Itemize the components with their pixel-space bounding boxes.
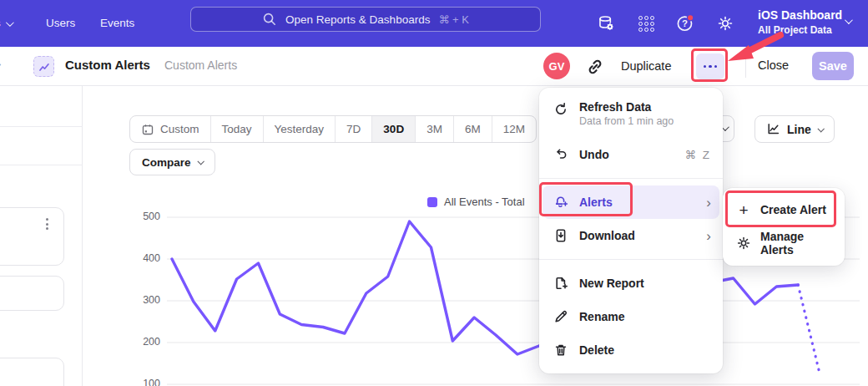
metric-card[interactable] bbox=[0, 276, 64, 311]
nav-item-truncated[interactable]: s bbox=[0, 12, 12, 35]
date-range-label: Yesterday bbox=[275, 123, 325, 135]
settings-gear-icon[interactable] bbox=[715, 13, 735, 33]
chevron-down-icon bbox=[197, 158, 204, 165]
chevron-down-icon bbox=[845, 16, 853, 24]
copy-link-icon[interactable] bbox=[585, 57, 605, 77]
date-range-label: 3M bbox=[426, 123, 442, 135]
divider bbox=[0, 126, 83, 127]
menu-item-rename[interactable]: Rename bbox=[539, 300, 723, 333]
menu-item-undo[interactable]: Undo ⌘ Z bbox=[539, 138, 723, 171]
search-shortcut: ⌘ + K bbox=[438, 13, 469, 26]
more-options-button[interactable] bbox=[696, 53, 724, 79]
duplicate-button[interactable]: Duplicate bbox=[621, 59, 671, 73]
submenu-item-manage-alerts[interactable]: Manage Alerts bbox=[723, 226, 845, 260]
refresh-icon bbox=[553, 102, 568, 117]
y-axis-label: 400 bbox=[130, 252, 160, 264]
date-range-7d[interactable]: 7D bbox=[336, 116, 372, 142]
more-options-menu: Refresh Data Data from 1 min ago Undo ⌘ … bbox=[539, 88, 723, 373]
menu-item-shortcut: ⌘ Z bbox=[685, 148, 712, 161]
apps-grid-icon[interactable] bbox=[636, 13, 656, 33]
menu-item-label: Delete bbox=[579, 343, 711, 357]
date-range-12m[interactable]: 12M bbox=[492, 116, 536, 142]
divider bbox=[0, 165, 83, 165]
nav-item-users[interactable]: Users bbox=[46, 12, 75, 35]
menu-item-delete[interactable]: Delete bbox=[539, 333, 723, 367]
projected-series-segment bbox=[798, 285, 820, 373]
y-axis-label: 500 bbox=[130, 211, 160, 222]
help-icon[interactable]: ? bbox=[675, 13, 695, 33]
menu-item-label: Alerts bbox=[579, 196, 695, 209]
divider bbox=[745, 55, 746, 78]
search-icon bbox=[262, 12, 277, 27]
avatar[interactable]: GV bbox=[543, 53, 570, 79]
report-header: › Custom Alerts Custom Alerts GV Duplica… bbox=[0, 47, 868, 86]
nav-item-label: Users bbox=[46, 12, 75, 35]
date-range-control: Custom Today Yesterday 7D 30D 3M 6M 12M bbox=[129, 115, 537, 143]
top-navigation-bar: s Users Events Open Reports & Dashboards… bbox=[0, 0, 868, 47]
app-root: 100200300400500 All Events - Total s Use… bbox=[0, 0, 868, 386]
menu-item-download[interactable]: Download › bbox=[539, 219, 723, 252]
new-report-icon bbox=[553, 276, 568, 291]
metric-card[interactable] bbox=[0, 207, 64, 266]
submenu-item-create-alert[interactable]: + Create Alert bbox=[723, 193, 845, 226]
date-range-30d[interactable]: 30D bbox=[372, 116, 416, 142]
date-range-label: 6M bbox=[465, 123, 481, 135]
bell-plus-icon bbox=[553, 195, 568, 210]
project-subtitle: All Project Data bbox=[758, 23, 842, 37]
data-management-icon[interactable] bbox=[596, 13, 616, 33]
menu-item-label: Rename bbox=[579, 310, 711, 323]
menu-item-label: Download bbox=[579, 229, 695, 242]
breadcrumb: Custom Alerts bbox=[164, 58, 237, 72]
menu-item-sublabel: Data from 1 min ago bbox=[579, 115, 711, 127]
compare-label: Compare bbox=[142, 156, 191, 169]
date-range-label: 30D bbox=[383, 123, 404, 135]
menu-item-label: Undo bbox=[579, 148, 674, 161]
chevron-right-icon: › bbox=[706, 229, 711, 243]
nav-item-truncated-label: s bbox=[0, 12, 1, 35]
undo-icon bbox=[553, 147, 568, 162]
metric-card[interactable] bbox=[0, 358, 64, 386]
date-range-6m[interactable]: 6M bbox=[454, 116, 492, 142]
compare-button[interactable]: Compare bbox=[129, 149, 215, 175]
trash-icon bbox=[553, 343, 568, 358]
y-axis-label: 100 bbox=[130, 378, 160, 386]
project-title: iOS Dashboard bbox=[758, 8, 842, 23]
save-button[interactable]: Save bbox=[812, 52, 854, 80]
legend-label: All Events - Total bbox=[444, 196, 525, 208]
kebab-menu-icon[interactable] bbox=[43, 215, 52, 233]
chevron-down-icon bbox=[817, 125, 824, 132]
project-switcher[interactable]: iOS Dashboard All Project Data bbox=[758, 8, 842, 37]
report-type-icon bbox=[33, 56, 54, 77]
menu-item-new-report[interactable]: New Report bbox=[539, 267, 723, 300]
chart-legend: All Events - Total bbox=[427, 196, 525, 208]
y-axis-label: 300 bbox=[130, 294, 160, 306]
date-range-label: Today bbox=[222, 123, 252, 135]
chevron-right-icon: › bbox=[706, 196, 711, 210]
date-range-3m[interactable]: 3M bbox=[416, 116, 454, 142]
menu-item-alerts[interactable]: Alerts › bbox=[542, 185, 719, 219]
nav-item-label: Events bbox=[100, 12, 134, 35]
date-range-label: 7D bbox=[346, 123, 361, 135]
divider bbox=[539, 259, 723, 260]
legend-swatch bbox=[427, 197, 437, 207]
global-search-input[interactable]: Open Reports & Dashboards ⌘ + K bbox=[190, 7, 541, 32]
menu-item-label: Refresh Data bbox=[579, 100, 711, 114]
gear-icon bbox=[736, 236, 751, 251]
chart-type-label: Line bbox=[787, 123, 811, 136]
menu-item-refresh-data[interactable]: Refresh Data Data from 1 min ago bbox=[539, 94, 723, 138]
page-title: Custom Alerts bbox=[65, 58, 150, 72]
query-builder-sidebar bbox=[0, 86, 83, 386]
date-range-today[interactable]: Today bbox=[211, 116, 264, 142]
menu-item-label: Create Alert bbox=[760, 203, 836, 216]
nav-item-events[interactable]: Events bbox=[100, 12, 134, 35]
date-range-custom[interactable]: Custom bbox=[130, 116, 211, 142]
download-icon bbox=[553, 228, 568, 243]
menu-item-label: Manage Alerts bbox=[760, 230, 836, 256]
line-chart-icon bbox=[766, 122, 780, 136]
notification-dot bbox=[687, 15, 693, 21]
chevron-down-icon bbox=[6, 18, 14, 27]
date-range-yesterday[interactable]: Yesterday bbox=[264, 116, 336, 142]
back-chevron-fragment: › bbox=[0, 58, 1, 70]
close-button[interactable]: Close bbox=[758, 58, 789, 72]
chart-type-button[interactable]: Line bbox=[754, 115, 835, 143]
